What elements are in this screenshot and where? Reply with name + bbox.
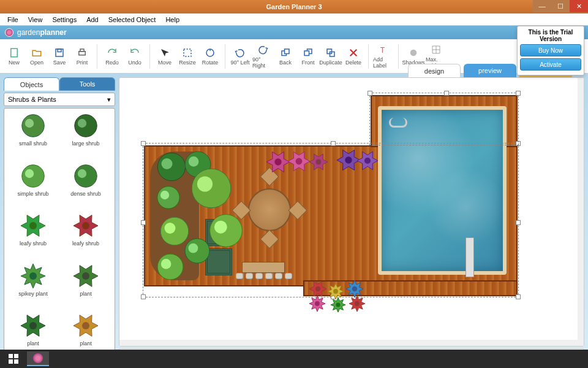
start-button[interactable] xyxy=(4,351,23,366)
svg-rect-74 xyxy=(14,354,18,358)
stepping-stone-4[interactable] xyxy=(275,273,282,279)
app-title: Garden Planner 3 xyxy=(266,3,322,10)
svg-point-58 xyxy=(345,156,352,163)
svg-point-20 xyxy=(25,169,34,177)
maximize-button[interactable]: ☐ xyxy=(551,0,570,12)
menu-view[interactable]: View xyxy=(23,15,48,25)
menu-settings[interactable]: Settings xyxy=(47,15,81,25)
svg-rect-73 xyxy=(9,354,13,358)
svg-point-34 xyxy=(82,322,89,329)
redo-button[interactable]: Redo xyxy=(102,42,123,71)
back-button[interactable]: Back xyxy=(275,42,296,71)
menu-add[interactable]: Add xyxy=(81,15,104,25)
palette-item-5[interactable]: leafy shrub xyxy=(61,212,111,260)
taskbar-app-garden-planner[interactable] xyxy=(27,351,49,366)
duplicate-button[interactable]: Duplicate xyxy=(320,42,341,71)
design-canvas[interactable] xyxy=(126,84,578,340)
stepping-stone-1[interactable] xyxy=(246,273,253,279)
svg-point-22 xyxy=(78,169,86,177)
menu-file[interactable]: File xyxy=(2,15,23,25)
stepping-stone-5[interactable] xyxy=(285,273,292,279)
canvas-plant-15[interactable] xyxy=(346,280,363,297)
buy-now-button[interactable]: Buy Now xyxy=(520,44,581,56)
palette-item-4[interactable]: leafy shrub xyxy=(8,212,58,260)
move-button[interactable]: Move xyxy=(154,42,175,71)
scrollbar-horizontal[interactable] xyxy=(119,340,584,346)
menu-selected-object[interactable]: Selected Object xyxy=(104,15,161,25)
category-dropdown[interactable]: Shrubs & Plants xyxy=(4,93,115,106)
main-area: design preview notebook xyxy=(119,77,584,364)
trial-notice: This is the Trial Version Buy Now Activa… xyxy=(517,26,584,75)
delete-button[interactable]: Delete xyxy=(343,42,364,71)
menu-help[interactable]: Help xyxy=(160,15,184,25)
stepping-stone-0[interactable] xyxy=(236,273,243,279)
rotate-button[interactable]: Rotate xyxy=(200,42,221,71)
workspace: Objects Tools Shrubs & Plants small shru… xyxy=(0,74,588,368)
svg-point-54 xyxy=(296,158,303,165)
canvas-plant-7[interactable] xyxy=(208,213,244,248)
palette-item-2[interactable]: simple shrub xyxy=(8,163,58,210)
svg-rect-0 xyxy=(11,48,18,57)
canvas-plant-2[interactable] xyxy=(156,185,181,210)
close-button[interactable]: ✕ xyxy=(570,0,588,12)
svg-point-43 xyxy=(185,239,209,263)
palette-item-3[interactable]: dense shrub xyxy=(61,163,111,210)
activate-button[interactable]: Activate xyxy=(520,58,581,71)
stepping-stone-3[interactable] xyxy=(265,273,273,279)
tab-tools[interactable]: Tools xyxy=(59,77,115,91)
new-button[interactable]: New xyxy=(4,42,24,71)
open-button[interactable]: Open xyxy=(26,42,47,71)
minimize-button[interactable]: — xyxy=(533,0,551,12)
save-button[interactable]: Save xyxy=(49,42,70,71)
undo-button[interactable]: Undo xyxy=(124,42,145,71)
palette-item-0[interactable]: small shrub xyxy=(8,112,58,160)
svg-point-17 xyxy=(75,115,97,137)
canvas-plant-16[interactable] xyxy=(309,296,325,312)
stepping-stone-2[interactable] xyxy=(255,273,263,279)
svg-point-47 xyxy=(192,169,231,208)
svg-point-68 xyxy=(315,301,320,306)
svg-rect-76 xyxy=(14,359,18,364)
palette-item-7[interactable]: plant xyxy=(61,263,111,310)
canvas-plant-18[interactable] xyxy=(349,296,365,312)
object-palette: small shrublarge shrubsimple shrubdense … xyxy=(4,108,115,364)
canvas-plant-12[interactable] xyxy=(357,150,378,171)
brand-logo-icon xyxy=(5,28,13,37)
tab-design[interactable]: design xyxy=(408,64,461,77)
blank-area[interactable] xyxy=(291,95,377,126)
svg-point-72 xyxy=(355,301,360,306)
palette-item-1[interactable]: large shrub xyxy=(61,112,111,160)
tab-objects[interactable]: Objects xyxy=(4,77,59,91)
canvas-plant-9[interactable] xyxy=(288,150,310,172)
svg-point-14 xyxy=(410,49,417,56)
svg-point-19 xyxy=(22,164,44,186)
canvas-plant-6[interactable] xyxy=(190,167,233,210)
svg-rect-2 xyxy=(58,49,61,52)
svg-rect-8 xyxy=(285,49,290,54)
selection-outline-top xyxy=(369,93,519,145)
canvas-plant-10[interactable] xyxy=(309,153,328,171)
canvas-plant-5[interactable] xyxy=(156,253,184,281)
canvas-plant-8[interactable] xyxy=(266,150,290,174)
canvas-plant-0[interactable] xyxy=(156,151,187,182)
svg-rect-4 xyxy=(80,49,84,52)
svg-point-42 xyxy=(165,223,176,234)
svg-point-45 xyxy=(157,254,183,280)
add-label-button[interactable]: TAdd Label xyxy=(373,42,394,71)
canvas-plant-13[interactable] xyxy=(309,280,326,297)
svg-point-44 xyxy=(188,243,198,253)
svg-rect-5 xyxy=(184,49,191,56)
svg-point-16 xyxy=(25,119,34,128)
front-button[interactable]: Front xyxy=(298,42,318,71)
scrollbar-vertical[interactable] xyxy=(578,78,584,346)
rotate-right-button[interactable]: 90° Right xyxy=(252,42,273,71)
palette-item-6[interactable]: spikey plant xyxy=(8,263,58,310)
rotate-left-button[interactable]: 90° Left xyxy=(230,42,251,71)
tab-preview[interactable]: preview xyxy=(464,64,516,77)
canvas-plant-4[interactable] xyxy=(184,237,211,264)
svg-point-24 xyxy=(29,222,37,229)
resize-button[interactable]: Resize xyxy=(177,42,198,71)
svg-rect-75 xyxy=(9,359,13,364)
canvas-plant-17[interactable] xyxy=(331,297,345,312)
print-button[interactable]: Print xyxy=(72,42,92,71)
